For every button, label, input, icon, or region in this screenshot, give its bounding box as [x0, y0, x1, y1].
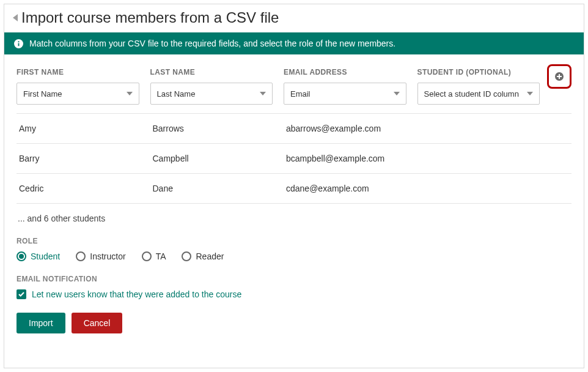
notification-checkbox-label: Let new users know that they were added …: [32, 289, 241, 299]
notification-section-label: EMAIL NOTIFICATION: [17, 275, 571, 283]
radio-icon: [182, 251, 191, 261]
first-name-select[interactable]: First Name: [17, 83, 139, 105]
role-student-label: Student: [31, 251, 60, 261]
role-ta-label: TA: [156, 251, 166, 261]
table-row: Cedric Dane cdane@example.com: [17, 174, 571, 204]
back-caret-icon[interactable]: [13, 14, 18, 21]
role-reader-radio[interactable]: Reader: [182, 251, 224, 261]
more-students-text: ... and 6 other students: [17, 204, 571, 237]
cell-student-id: [417, 114, 551, 143]
page-title: Import course members from a CSV file: [21, 9, 279, 26]
cell-student-id: [417, 174, 551, 203]
student-id-select[interactable]: Select a student ID column: [417, 83, 540, 105]
role-instructor-label: Instructor: [90, 251, 125, 261]
cell-student-id: [417, 144, 551, 173]
role-student-radio[interactable]: Student: [17, 251, 60, 261]
preview-table: Amy Barrows abarrows@example.com Barry C…: [17, 113, 571, 204]
cell-last-name: Dane: [150, 174, 284, 203]
table-row: Barry Campbell bcampbell@example.com: [17, 144, 571, 174]
last-name-select[interactable]: Last Name: [150, 83, 273, 105]
student-id-select-value: Select a student ID column: [424, 89, 519, 99]
first-name-label: FIRST NAME: [17, 68, 139, 76]
action-buttons: Import Cancel: [17, 313, 571, 333]
chevron-down-icon: [527, 92, 533, 95]
email-select-value: Email: [290, 89, 311, 99]
checkmark-icon: [18, 292, 24, 297]
role-radio-group: Student Instructor TA Reader: [17, 251, 571, 261]
cell-first-name: Cedric: [17, 174, 150, 203]
svg-rect-1: [18, 43, 20, 46]
import-button[interactable]: Import: [17, 313, 65, 333]
import-members-panel: Import course members from a CSV file Ma…: [4, 4, 584, 368]
first-name-select-value: First Name: [23, 89, 62, 99]
svg-rect-2: [18, 41, 20, 42]
chevron-down-icon: [394, 92, 400, 95]
role-ta-radio[interactable]: TA: [142, 251, 166, 261]
cell-email: cdane@example.com: [284, 174, 417, 203]
email-select[interactable]: Email: [284, 83, 406, 105]
svg-rect-5: [557, 76, 562, 77]
cancel-button[interactable]: Cancel: [72, 313, 123, 333]
role-reader-label: Reader: [196, 251, 224, 261]
add-column-highlight: [547, 64, 571, 89]
chevron-down-icon: [260, 92, 266, 95]
instruction-banner: Match columns from your CSV file to the …: [4, 32, 584, 54]
cell-last-name: Campbell: [150, 144, 284, 173]
chevron-down-icon: [127, 92, 133, 95]
last-name-label: LAST NAME: [150, 68, 273, 76]
last-name-select-value: Last Name: [157, 89, 196, 99]
column-mapping-row: FIRST NAME First Name LAST NAME Last Nam…: [17, 68, 571, 105]
cell-last-name: Barrows: [150, 114, 284, 143]
add-column-button[interactable]: [554, 72, 564, 81]
info-icon: [14, 39, 23, 48]
panel-header: Import course members from a CSV file: [4, 4, 584, 32]
cell-email: abarrows@example.com: [284, 114, 417, 143]
cell-first-name: Barry: [17, 144, 150, 173]
banner-text: Match columns from your CSV file to the …: [29, 39, 395, 48]
radio-icon: [76, 251, 86, 261]
role-instructor-radio[interactable]: Instructor: [76, 251, 125, 261]
email-label: EMAIL ADDRESS: [284, 68, 406, 76]
cell-first-name: Amy: [17, 114, 150, 143]
radio-icon: [142, 251, 152, 261]
cell-email: bcampbell@example.com: [284, 144, 417, 173]
table-row: Amy Barrows abarrows@example.com: [17, 114, 571, 144]
radio-icon: [17, 251, 26, 261]
role-section-label: ROLE: [17, 237, 571, 245]
student-id-label: STUDENT ID (OPTIONAL): [417, 68, 540, 76]
email-notification-checkbox[interactable]: Let new users know that they were added …: [17, 289, 571, 299]
checkbox-icon: [17, 289, 26, 299]
